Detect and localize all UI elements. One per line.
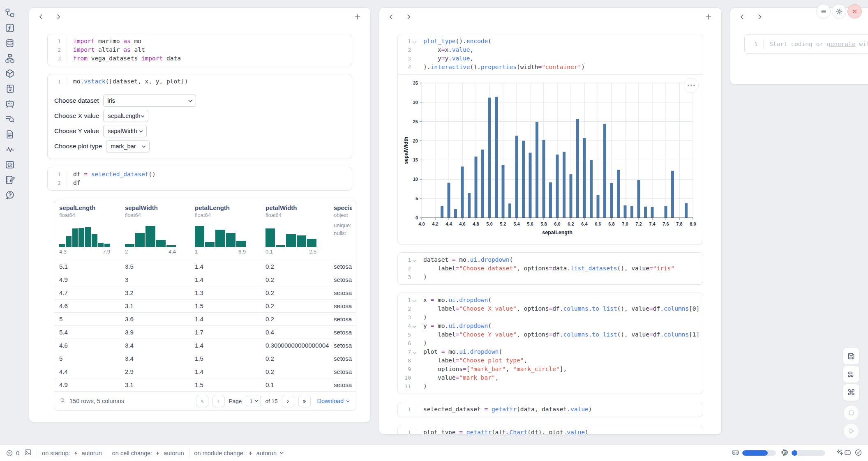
code-line[interactable]: plot_type = getattr(alt.Chart(df), plot.… — [423, 428, 703, 434]
table-header-cell[interactable]: sepalWidthfloat6424.4 — [120, 200, 190, 260]
code-line[interactable]: mo.vstack([dataset, x, y, plot]) — [73, 77, 352, 86]
code-line[interactable]: y = mo.ui.dropdown( — [423, 322, 703, 330]
code-line[interactable]: ).interactive().properties(width="contai… — [423, 63, 703, 71]
chevron-left-icon[interactable] — [388, 13, 395, 21]
altair-bar-chart[interactable]: 4.04.24.44.64.85.05.25.45.65.86.06.26.46… — [403, 79, 697, 237]
choose-plot-type-select[interactable]: mark_bar — [106, 140, 150, 152]
code-line[interactable]: value="mark_bar", — [423, 373, 703, 382]
column-name[interactable]: species — [334, 204, 352, 211]
code-editor[interactable]: 1plot_type = getattr(alt.Chart(df), plot… — [398, 425, 703, 434]
fold-chevron-icon[interactable] — [413, 324, 417, 328]
table-row[interactable]: 5.13.51.40.2setosa — [54, 260, 356, 273]
code-line[interactable]: plot_type().encode( — [423, 37, 703, 46]
table-row[interactable]: 4.42.91.40.2setosa — [54, 365, 356, 378]
memory-usage[interactable] — [732, 449, 776, 458]
keyboard-shortcuts-button[interactable]: ⌘ — [843, 384, 860, 401]
shutdown-button[interactable] — [847, 4, 862, 18]
column-histogram[interactable] — [195, 221, 246, 247]
prev-page-button[interactable] — [212, 395, 225, 407]
code-editor[interactable]: 1mo.vstack([dataset, x, y, plot]) — [48, 74, 352, 89]
code-line[interactable]: import marimo as mo — [73, 37, 352, 46]
code-line[interactable]: dataset = mo.ui.dropdown( — [423, 256, 703, 264]
code-line[interactable]: label="Choose dataset", options=data.lis… — [423, 264, 703, 273]
choose-y-value-select[interactable]: sepalWidth — [103, 125, 147, 137]
stop-button[interactable] — [843, 405, 859, 421]
column-histogram[interactable] — [125, 221, 176, 247]
sidebar-item-help[interactable] — [5, 190, 15, 200]
code-line[interactable]: df — [73, 179, 352, 187]
code-editor[interactable]: 1234plot_type().encode( x=x.value, y=y.v… — [398, 34, 703, 74]
run-mode-toggle[interactable]: on cell change:autorun — [112, 450, 184, 456]
table-row[interactable]: 53.61.40.2setosa — [54, 312, 356, 325]
copilot-button[interactable] — [837, 449, 843, 455]
settings-button[interactable] — [832, 4, 846, 18]
sidebar-item-packages[interactable] — [5, 69, 15, 78]
code-line[interactable]: x=x.value, — [423, 46, 703, 54]
add-column-icon[interactable] — [354, 13, 361, 21]
sidebar-item-logs[interactable] — [5, 84, 15, 94]
code-line[interactable]: plot = mo.ui.dropdown( — [423, 348, 703, 356]
connection-status[interactable] — [854, 449, 862, 458]
sidebar-item-chat[interactable] — [5, 99, 15, 109]
code-line[interactable]: selected_dataset = getattr(data, dataset… — [423, 405, 703, 414]
run-all-button[interactable] — [843, 423, 859, 439]
code-line[interactable]: options=["mark_bar", "mark_circle"], — [423, 365, 703, 373]
table-header-cell[interactable]: speciesobjectunique:nulls: — [329, 200, 352, 260]
sidebar-item-snippets[interactable] — [5, 160, 15, 170]
code-line[interactable]: label="Choose Y value", options=df.colum… — [423, 330, 703, 339]
terminal-button[interactable] — [24, 449, 32, 457]
code-line[interactable]: from vega_datasets import data — [73, 54, 352, 63]
code-line[interactable]: y=y.value, — [423, 54, 703, 63]
table-header-cell[interactable]: petalLengthfloat6416.9 — [190, 200, 261, 260]
sidebar-item-activity[interactable] — [5, 145, 15, 154]
table-header-cell[interactable]: petalWidthfloat640.12.5 — [261, 200, 329, 260]
table-row[interactable]: 4.63.11.50.2setosa — [54, 299, 356, 312]
code-line[interactable]: ) — [423, 382, 703, 391]
page-select[interactable]: 1 — [246, 396, 261, 406]
chevron-left-icon[interactable] — [739, 13, 746, 21]
sidebar-item-functions[interactable] — [5, 23, 15, 33]
table-row[interactable]: 4.93.11.50.1setosa — [54, 378, 356, 391]
dataframe-table[interactable]: sepalLengthfloat644.37.9sepalWidthfloat6… — [54, 200, 356, 411]
ai-assist-button[interactable] — [836, 449, 862, 458]
code-line[interactable]: ) — [423, 339, 703, 348]
last-page-button[interactable] — [298, 395, 311, 407]
code-editor[interactable]: 12df = selected_dataset()df — [48, 167, 352, 190]
table-row[interactable]: 4.63.41.40.30000000000000004setosa — [54, 339, 356, 352]
cpu-usage[interactable] — [781, 449, 825, 458]
column-name[interactable]: petalWidth — [265, 204, 329, 211]
column-histogram[interactable] — [59, 221, 110, 247]
code-line[interactable]: x = mo.ui.dropdown( — [423, 296, 703, 304]
column-name[interactable]: sepalLength — [59, 204, 120, 211]
table-header-cell[interactable]: sepalLengthfloat644.37.9 — [54, 200, 120, 260]
fold-chevron-icon[interactable] — [413, 298, 417, 302]
column-histogram[interactable] — [265, 221, 316, 247]
layout-toggle-button[interactable] — [843, 366, 860, 383]
chevron-left-icon[interactable] — [37, 13, 45, 21]
column-name[interactable]: sepalWidth — [125, 204, 190, 211]
fold-chevron-icon[interactable] — [413, 350, 417, 354]
code-line[interactable]: df = selected_dataset() — [73, 170, 352, 179]
menu-button[interactable] — [816, 4, 831, 18]
choose-dataset-select[interactable]: iris — [103, 95, 196, 107]
fold-chevron-icon[interactable] — [413, 258, 417, 262]
code-editor[interactable]: 123dataset = mo.ui.dropdown( label="Choo… — [398, 253, 703, 284]
column-name[interactable]: petalLength — [195, 204, 261, 211]
choose-x-value-select[interactable]: sepalLength — [103, 110, 148, 122]
sidebar-item-scratchpad[interactable] — [5, 175, 15, 185]
download-button[interactable]: Download — [317, 398, 351, 404]
error-count-badge[interactable]: 0 — [6, 449, 19, 457]
add-column-icon[interactable] — [705, 13, 712, 21]
sidebar-item-file-explorer[interactable] — [5, 8, 15, 18]
code-line[interactable]: ) — [423, 313, 703, 322]
table-row[interactable]: 5.43.91.70.4setosa — [54, 325, 356, 339]
code-line[interactable]: import altair as alt — [73, 46, 352, 54]
code-placeholder[interactable]: Start coding or generate with AI — [764, 41, 868, 47]
code-editor[interactable]: 1selected_dataset = getattr(data, datase… — [398, 402, 703, 417]
chart-menu-button[interactable] — [684, 78, 699, 93]
chevron-right-icon[interactable] — [756, 13, 763, 21]
fold-chevron-icon[interactable] — [413, 39, 417, 44]
sidebar-item-documentation[interactable] — [5, 129, 15, 139]
search-icon[interactable] — [60, 397, 65, 405]
next-page-button[interactable] — [282, 395, 294, 407]
